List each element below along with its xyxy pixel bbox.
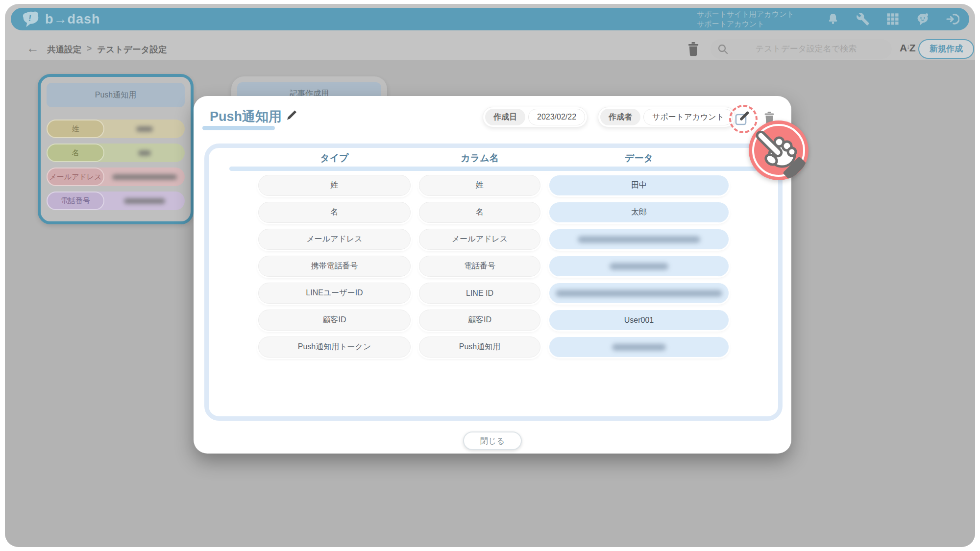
bdash-logo[interactable]: ! b→dash [21,10,100,28]
create-new-button[interactable]: 新規作成 [918,39,974,59]
account-line2: サポートアカウント [697,19,794,29]
created-date-label: 作成日 [485,109,525,125]
blurred-value [136,126,153,132]
table-row: 顧客ID 顧客ID User001 [209,310,778,331]
card-field-label: 電話番号 [47,192,104,210]
card-field-row: 名 [47,144,185,162]
table-row: Push通知用トークン Push通知用 [209,336,778,358]
data-pill [549,256,729,277]
logout-icon[interactable] [946,12,959,26]
search-box [710,39,892,59]
author-label: 作成者 [600,109,640,125]
type-pill: 姓 [258,175,411,196]
modal-title: Push通知用 [210,108,282,125]
data-pill: 田中 [549,175,729,196]
column-pill: 顧客ID [419,310,540,331]
topbar-icons [826,12,959,26]
delete-trash-icon[interactable] [687,42,700,56]
type-pill: 名 [258,202,411,223]
blurred-value [112,174,177,180]
column-pill: 名 [419,202,540,223]
click-hand-annotation [749,120,808,180]
back-button[interactable]: ← [26,41,39,56]
screen: ! b→dash サポートサイト用アカウント サポートアカウント [0,0,980,551]
settings-wrench-icon[interactable] [856,12,870,26]
card-field-row: メールアドレス [47,168,185,186]
test-data-detail-modal: Push通知用 作成日 2023/02/22 作成者 サポートアカウント タイプ… [194,96,791,454]
apps-grid-icon[interactable] [886,12,900,26]
data-pill: User001 [549,310,729,331]
column-pill: メールアドレス [419,229,540,250]
created-date-group: 作成日 2023/02/22 [483,107,588,127]
type-pill: 顧客ID [258,310,411,331]
blurred-value [610,263,668,270]
blurred-value [124,198,165,204]
header-data: データ [549,152,729,165]
column-pill: 電話番号 [419,256,540,277]
close-button[interactable]: 閉じる [463,431,522,450]
data-pill [549,283,729,304]
author-group: 作成者 サポートアカウント [598,107,735,127]
bdash-logo-text: b→dash [45,12,100,27]
column-pill: LINE ID [419,283,540,304]
data-pill [549,336,729,358]
table-row: メールアドレス メールアドレス [209,229,778,250]
rename-pencil-icon[interactable] [284,109,297,122]
search-icon [717,43,729,55]
card-field-label: 名 [47,144,104,162]
title-underline [202,126,275,130]
search-input[interactable] [730,39,882,59]
data-pill: 太郎 [549,202,729,223]
breadcrumb-page: テストデータ設定 [97,44,167,55]
card-field-label: メールアドレス [47,168,104,186]
table-row: 姓 姓 田中 [209,175,778,196]
card-field-label: 姓 [47,120,104,138]
card-field-row: 電話番号 [47,192,185,210]
table-row: 携帯電話番号 電話番号 [209,256,778,277]
support-chat-icon[interactable] [916,12,930,26]
card-field-row: 姓 [47,120,185,138]
blurred-value [612,344,666,351]
card-field-list: 姓 名 メールアドレス 電話番号 [47,120,185,210]
type-pill: メールアドレス [258,229,411,250]
table-row: 名 名 太郎 [209,202,778,223]
breadcrumb-separator: > [87,44,92,55]
blurred-value [578,236,700,243]
table-row: LINEユーザーID LINE ID [209,283,778,304]
breadcrumb-section[interactable]: 共通設定 [47,44,81,55]
blurred-value [556,290,722,297]
account-info: サポートサイト用アカウント サポートアカウント [697,9,794,29]
data-table-container: タイプ カラム名 データ 姓 姓 田中 名 名 太郎 メールアドレス メールアド… [204,144,783,421]
column-pill: 姓 [419,175,540,196]
test-data-card-push[interactable]: Push通知用 姓 名 メールアドレス 電話番号 [38,74,194,224]
type-pill: Push通知用トークン [258,336,411,358]
blurred-value [138,150,151,156]
column-pill: Push通知用 [419,336,540,358]
card-title: Push通知用 [47,83,185,107]
breadcrumb: 共通設定 > テストデータ設定 [47,44,167,55]
topbar: ! b→dash サポートサイト用アカウント サポートアカウント [11,8,969,30]
sort-az-icon[interactable]: A↓Z [900,42,916,54]
data-pill [549,229,729,250]
header-column: カラム名 [419,152,540,165]
bdash-logo-icon: ! [21,10,41,28]
type-pill: LINEユーザーID [258,283,411,304]
created-date-value: 2023/02/22 [528,109,585,125]
table-body: 姓 姓 田中 名 名 太郎 メールアドレス メールアドレス 携帯電話番号 電話番… [209,175,778,358]
notifications-bell-icon[interactable] [826,12,840,26]
header-type: タイプ [258,152,411,165]
type-pill: 携帯電話番号 [258,256,411,277]
table-header-row: タイプ カラム名 データ [209,152,778,167]
header-divider [229,167,758,171]
toolbar: ← 共通設定 > テストデータ設定 A↓Z 新規作成 [16,38,974,60]
account-line1: サポートサイト用アカウント [697,9,794,19]
author-value: サポートアカウント [643,109,733,125]
